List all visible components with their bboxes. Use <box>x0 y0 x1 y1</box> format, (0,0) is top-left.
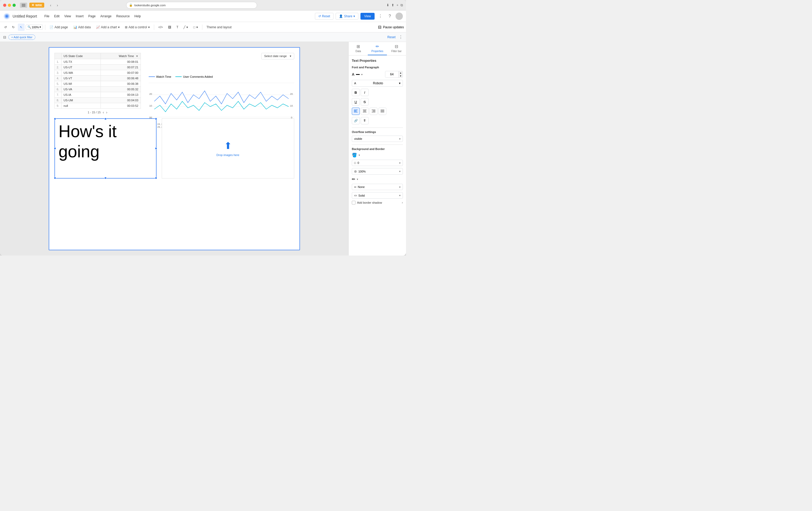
share-button[interactable]: 👤 Share ▾ <box>336 13 358 20</box>
canvas-container[interactable]: US State Code Watch Time ▼ 1. US-TX 00:0… <box>0 42 348 256</box>
border-shadow-checkbox[interactable] <box>352 201 355 204</box>
tab-data[interactable]: ⊞ Data <box>349 42 368 55</box>
resize-handle-top-middle[interactable] <box>105 118 107 120</box>
tab-filter-bar[interactable]: ⊟ Filter bar <box>387 42 406 55</box>
share-icon[interactable]: ⬆ <box>392 3 394 7</box>
row-time: 00:06:38 <box>101 81 141 87</box>
resize-handle-bottom-right[interactable] <box>155 177 157 179</box>
add-page-button[interactable]: 📄 Add page <box>48 24 70 31</box>
font-size-up-button[interactable]: ▲ <box>398 71 403 74</box>
strikethrough-button[interactable]: S <box>361 98 369 106</box>
reset-button[interactable]: ↺ Reset <box>315 13 334 20</box>
text-button[interactable]: T <box>174 24 180 31</box>
more-options-button[interactable]: ⋮ <box>377 12 384 20</box>
add-tab-icon[interactable]: + <box>396 3 398 7</box>
image-button[interactable]: 🖼 <box>166 24 173 31</box>
close-button[interactable] <box>3 4 6 7</box>
table-header-watch-time[interactable]: Watch Time ▼ <box>101 53 141 59</box>
filter-more-button[interactable]: ⋮ <box>399 34 403 39</box>
line-button[interactable]: ╱ ▾ <box>181 24 190 31</box>
resize-handle-left-middle[interactable] <box>54 147 56 149</box>
resize-handle-top-left[interactable] <box>54 118 56 120</box>
filter-reset-button[interactable]: Reset <box>387 35 396 39</box>
align-center-button[interactable] <box>361 108 369 115</box>
minimize-button[interactable] <box>8 4 11 7</box>
add-quick-filter-button[interactable]: + Add quick filter <box>8 34 35 40</box>
font-size-input[interactable] <box>385 72 398 77</box>
browser-nav: ‹ › <box>48 2 60 8</box>
resize-handle-top-right[interactable] <box>155 118 157 120</box>
border-type-dropdown[interactable]: ▭ Solid ▾ <box>352 192 403 199</box>
menu-help[interactable]: Help <box>132 13 143 19</box>
forward-button[interactable]: › <box>54 2 60 8</box>
tab-properties[interactable]: ✏ Properties <box>368 42 387 55</box>
right-panel: ⊞ Data ✏ Properties ⊟ Filter bar Text Pr… <box>348 42 406 256</box>
align-left-button[interactable] <box>352 108 360 115</box>
add-chart-button[interactable]: 📈 Add a chart ▾ <box>94 24 122 31</box>
theme-layout-button[interactable]: Theme and layout <box>204 24 234 31</box>
select-tool-button[interactable]: ↖ <box>18 24 25 31</box>
font-size-spinners: ▲ ▼ <box>398 71 403 78</box>
font-size-down-button[interactable]: ▼ <box>398 74 403 78</box>
row-num: 2. <box>54 65 61 70</box>
tabs-icon[interactable]: ⧉ <box>401 3 403 7</box>
menu-file[interactable]: File <box>42 13 51 19</box>
back-button[interactable]: ‹ <box>48 2 54 8</box>
table-header-state: US State Code <box>61 53 100 59</box>
redo-button[interactable]: ↻ <box>10 24 17 31</box>
opacity-dropdown[interactable]: ◎ 100% ▾ <box>352 168 403 175</box>
view-button[interactable]: View <box>360 13 375 20</box>
svg-text:20: 20 <box>290 93 293 95</box>
menu-resource[interactable]: Resource <box>114 13 132 19</box>
next-page-button[interactable]: › <box>106 110 107 114</box>
menu-page[interactable]: Page <box>86 13 98 19</box>
resize-handle-bottom-left[interactable] <box>54 177 56 179</box>
add-data-button[interactable]: 📊 Add data <box>71 24 93 31</box>
row-num: 9. <box>54 103 61 109</box>
border-shadow-chevron[interactable]: › <box>402 201 403 204</box>
text-element[interactable]: How's it going <box>54 118 156 178</box>
border-style-dropdown[interactable]: ═ None ▾ <box>352 184 403 190</box>
border-radius-dropdown[interactable]: □ 0 ▾ <box>352 160 403 166</box>
resize-handle-right-middle[interactable] <box>155 147 157 149</box>
align-justify-button[interactable] <box>378 108 386 115</box>
link-button[interactable]: 🔗 <box>352 117 360 124</box>
add-control-button[interactable]: ⊞ Add a control ▾ <box>123 24 152 31</box>
font-family-selector[interactable]: A Roboto ▾ <box>352 80 403 87</box>
text-color-dropdown-button[interactable]: ▾ <box>361 73 362 76</box>
format-buttons-2: U S <box>352 98 403 106</box>
italic-button[interactable]: I <box>361 89 369 96</box>
undo-button[interactable]: ↺ <box>2 24 9 31</box>
zoom-control[interactable]: 🔍 100% ▾ <box>26 25 43 30</box>
svg-rect-20 <box>363 110 367 110</box>
overflow-dropdown[interactable]: visible ▾ <box>352 136 403 142</box>
code-button[interactable]: </> <box>156 24 165 31</box>
line-chart: 00 10 20 0 10 20 <box>149 80 294 122</box>
prev-page-button[interactable]: ‹ <box>103 110 104 114</box>
menu-insert[interactable]: Insert <box>74 13 86 19</box>
font-size-field[interactable]: ▲ ▼ <box>385 71 403 78</box>
legend-watch-time: Watch Time <box>149 75 171 78</box>
download-icon[interactable]: ⬇ <box>386 3 389 7</box>
user-avatar[interactable] <box>396 12 403 20</box>
bold-button[interactable]: B <box>352 89 360 96</box>
bg-border-section: Background and Border <box>352 147 403 150</box>
remove-format-button[interactable]: T <box>361 117 369 124</box>
menu-edit[interactable]: Edit <box>52 13 62 19</box>
bg-color-dropdown-button[interactable]: ▾ <box>358 154 360 157</box>
shape-button[interactable]: □ ▾ <box>191 24 200 31</box>
menu-arrange[interactable]: Arrange <box>98 13 114 19</box>
maximize-button[interactable] <box>12 4 16 7</box>
border-color-dropdown-button[interactable]: ▾ <box>357 178 358 181</box>
image-dropzone[interactable]: ⬆ Drop images here <box>162 118 294 178</box>
menu-view[interactable]: View <box>62 13 73 19</box>
border-radius-arrow: ▾ <box>399 162 401 164</box>
align-right-button[interactable] <box>370 108 377 115</box>
svg-text:10: 10 <box>149 105 152 107</box>
underline-button[interactable]: U <box>352 98 360 106</box>
date-range-selector[interactable]: Select date range ▾ <box>261 53 294 59</box>
address-bar[interactable]: 🔒 lookerstudio.google.com <box>126 2 257 9</box>
help-button[interactable]: ? <box>386 12 394 20</box>
resize-handle-bottom-middle[interactable] <box>105 177 107 179</box>
sidebar-toggle-button[interactable] <box>20 3 27 8</box>
